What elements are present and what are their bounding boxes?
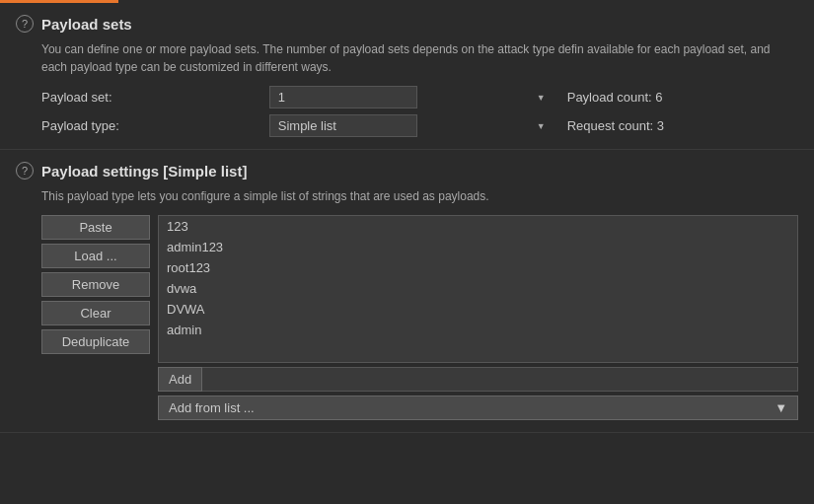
list-item[interactable]: dvwa xyxy=(159,278,797,299)
payload-settings-description: This payload type lets you configure a s… xyxy=(16,187,798,205)
payload-list-area: Paste Load ... Remove Clear Deduplicate … xyxy=(41,215,798,420)
deduplicate-button[interactable]: Deduplicate xyxy=(41,329,150,354)
payload-type-label: Payload type: xyxy=(41,118,254,133)
payload-listbox[interactable]: 123admin123root123dvwaDVWAadmin xyxy=(158,215,798,363)
add-input[interactable] xyxy=(202,367,798,392)
add-button[interactable]: Add xyxy=(158,367,202,392)
list-item[interactable]: admin123 xyxy=(159,237,797,257)
load-button[interactable]: Load ... xyxy=(41,244,150,268)
list-item[interactable]: root123 xyxy=(159,257,797,278)
add-row: Add xyxy=(158,367,798,392)
add-from-list-row: Add from list ... ▼ xyxy=(158,396,798,420)
paste-button[interactable]: Paste xyxy=(41,215,150,240)
action-buttons-panel: Paste Load ... Remove Clear Deduplicate xyxy=(41,215,150,420)
payload-set-select-wrapper[interactable]: 1 xyxy=(269,86,552,108)
payload-sets-help-icon[interactable]: ? xyxy=(16,15,34,33)
payload-sets-title: Payload sets xyxy=(41,16,132,33)
list-container: 123admin123root123dvwaDVWAadmin Add Add … xyxy=(158,215,798,420)
payload-sets-section: ? Payload sets You can define one or mor… xyxy=(0,3,814,150)
payload-set-select[interactable]: 1 xyxy=(269,86,417,108)
payload-set-label: Payload set: xyxy=(41,90,254,105)
chevron-down-icon: ▼ xyxy=(775,400,787,415)
payload-sets-grid: Payload set: 1 Payload count: 6 Payload … xyxy=(16,86,798,137)
add-from-list-button[interactable]: Add from list ... ▼ xyxy=(158,396,798,420)
payload-sets-description: You can define one or more payload sets.… xyxy=(16,40,798,76)
payload-sets-header: ? Payload sets xyxy=(16,15,798,33)
list-item[interactable]: 123 xyxy=(159,216,797,237)
payload-settings-section: ? Payload settings [Simple list] This pa… xyxy=(0,150,814,433)
list-item[interactable]: DVWA xyxy=(159,299,797,320)
payload-settings-help-icon[interactable]: ? xyxy=(16,162,34,180)
payload-settings-header: ? Payload settings [Simple list] xyxy=(16,162,798,180)
clear-button[interactable]: Clear xyxy=(41,301,150,325)
list-item[interactable]: admin xyxy=(159,320,797,340)
payload-count-text: Payload count: 6 xyxy=(567,90,798,105)
payload-settings-title: Payload settings [Simple list] xyxy=(41,163,247,180)
payload-type-select[interactable]: Simple list xyxy=(269,114,417,137)
payload-settings-body: Paste Load ... Remove Clear Deduplicate … xyxy=(16,215,798,420)
remove-button[interactable]: Remove xyxy=(41,272,150,297)
request-count-text: Request count: 3 xyxy=(567,118,798,133)
payload-type-select-wrapper[interactable]: Simple list xyxy=(269,114,552,137)
